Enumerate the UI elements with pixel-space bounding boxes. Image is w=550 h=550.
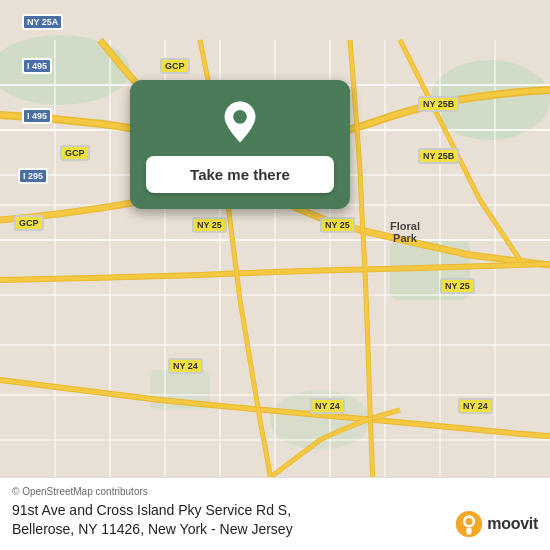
moovit-icon bbox=[455, 510, 483, 538]
svg-point-24 bbox=[233, 110, 247, 124]
take-me-there-button[interactable]: Take me there bbox=[146, 156, 334, 193]
moovit-brand-text: moovit bbox=[487, 515, 538, 533]
badge-i495b: I 495 bbox=[22, 108, 52, 124]
badge-i495a: I 495 bbox=[22, 58, 52, 74]
svg-point-27 bbox=[466, 518, 473, 525]
badge-ny24a: NY 24 bbox=[168, 358, 203, 374]
badge-gcp2: GCP bbox=[60, 145, 90, 161]
navigation-panel: Take me there bbox=[130, 80, 350, 209]
badge-ny25-right: NY 25 bbox=[320, 217, 355, 233]
badge-ny25-mid: NY 25 bbox=[192, 217, 227, 233]
badge-ny24b: NY 24 bbox=[310, 398, 345, 414]
svg-rect-28 bbox=[467, 528, 472, 535]
badge-i295: I 295 bbox=[18, 168, 48, 184]
address-line1: 91st Ave and Cross Island Pky Service Rd… bbox=[12, 502, 291, 518]
location-pin-icon bbox=[216, 98, 264, 146]
map-attribution: © OpenStreetMap contributors bbox=[12, 486, 538, 497]
badge-gcp3: GCP bbox=[14, 215, 44, 231]
bottom-info-bar: © OpenStreetMap contributors 91st Ave an… bbox=[0, 477, 550, 550]
badge-gcp1: GCP bbox=[160, 58, 190, 74]
moovit-logo: moovit bbox=[455, 510, 538, 538]
badge-ny25a: NY 25A bbox=[22, 14, 63, 30]
badge-ny24c: NY 24 bbox=[458, 398, 493, 414]
badge-ny25b-top: NY 25B bbox=[418, 96, 459, 112]
badge-ny25-far: NY 25 bbox=[440, 278, 475, 294]
address-line2: Bellerose, NY 11426, New York - New Jers… bbox=[12, 521, 293, 537]
badge-ny25b-mid: NY 25B bbox=[418, 148, 459, 164]
attribution-text: © OpenStreetMap contributors bbox=[12, 486, 148, 497]
map-container: NY 25A I 495 I 495 I 295 GCP GCP GCP NY … bbox=[0, 0, 550, 550]
